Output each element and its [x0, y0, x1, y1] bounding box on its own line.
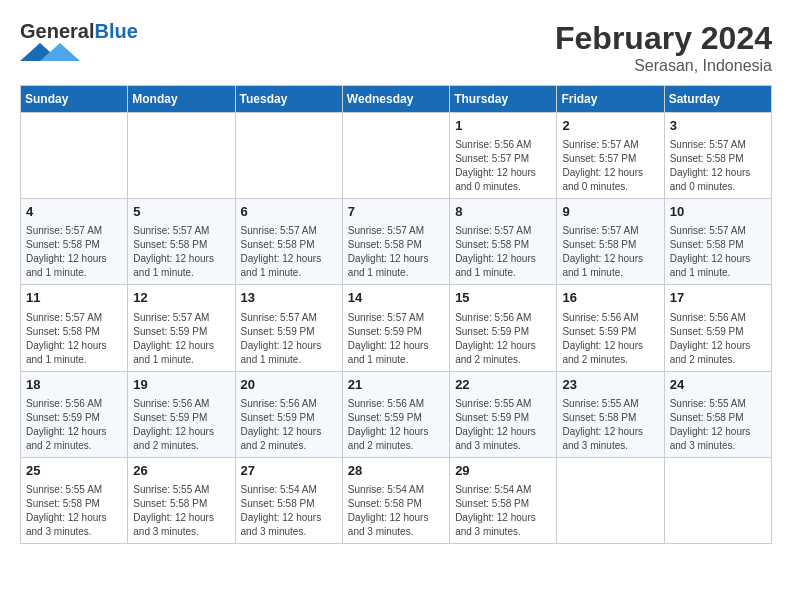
calendar-body: 1Sunrise: 5:56 AM Sunset: 5:57 PM Daylig… [21, 113, 772, 544]
calendar-cell: 3Sunrise: 5:57 AM Sunset: 5:58 PM Daylig… [664, 113, 771, 199]
calendar-cell: 23Sunrise: 5:55 AM Sunset: 5:58 PM Dayli… [557, 371, 664, 457]
cell-info: Sunrise: 5:57 AM Sunset: 5:58 PM Dayligh… [26, 224, 122, 280]
calendar-cell: 2Sunrise: 5:57 AM Sunset: 5:57 PM Daylig… [557, 113, 664, 199]
calendar-cell: 25Sunrise: 5:55 AM Sunset: 5:58 PM Dayli… [21, 457, 128, 543]
cell-info: Sunrise: 5:56 AM Sunset: 5:59 PM Dayligh… [455, 311, 551, 367]
calendar-cell: 11Sunrise: 5:57 AM Sunset: 5:58 PM Dayli… [21, 285, 128, 371]
calendar-cell: 6Sunrise: 5:57 AM Sunset: 5:58 PM Daylig… [235, 199, 342, 285]
calendar-cell [342, 113, 449, 199]
day-number: 20 [241, 376, 337, 394]
day-number: 2 [562, 117, 658, 135]
logo-icon [20, 43, 80, 61]
day-number: 13 [241, 289, 337, 307]
cell-info: Sunrise: 5:56 AM Sunset: 5:59 PM Dayligh… [348, 397, 444, 453]
cell-info: Sunrise: 5:55 AM Sunset: 5:58 PM Dayligh… [133, 483, 229, 539]
logo-blue: Blue [94, 20, 137, 42]
calendar-week-row: 4Sunrise: 5:57 AM Sunset: 5:58 PM Daylig… [21, 199, 772, 285]
col-wednesday: Wednesday [342, 86, 449, 113]
calendar-cell [664, 457, 771, 543]
day-number: 11 [26, 289, 122, 307]
cell-info: Sunrise: 5:54 AM Sunset: 5:58 PM Dayligh… [455, 483, 551, 539]
cell-info: Sunrise: 5:54 AM Sunset: 5:58 PM Dayligh… [241, 483, 337, 539]
day-number: 29 [455, 462, 551, 480]
day-number: 17 [670, 289, 766, 307]
day-number: 21 [348, 376, 444, 394]
calendar-cell: 15Sunrise: 5:56 AM Sunset: 5:59 PM Dayli… [450, 285, 557, 371]
cell-info: Sunrise: 5:57 AM Sunset: 5:58 PM Dayligh… [455, 224, 551, 280]
cell-info: Sunrise: 5:56 AM Sunset: 5:59 PM Dayligh… [562, 311, 658, 367]
day-number: 27 [241, 462, 337, 480]
calendar-cell: 29Sunrise: 5:54 AM Sunset: 5:58 PM Dayli… [450, 457, 557, 543]
cell-info: Sunrise: 5:55 AM Sunset: 5:58 PM Dayligh… [670, 397, 766, 453]
day-number: 1 [455, 117, 551, 135]
cell-info: Sunrise: 5:57 AM Sunset: 5:59 PM Dayligh… [133, 311, 229, 367]
col-saturday: Saturday [664, 86, 771, 113]
cell-info: Sunrise: 5:57 AM Sunset: 5:59 PM Dayligh… [348, 311, 444, 367]
calendar-week-row: 11Sunrise: 5:57 AM Sunset: 5:58 PM Dayli… [21, 285, 772, 371]
calendar-cell: 4Sunrise: 5:57 AM Sunset: 5:58 PM Daylig… [21, 199, 128, 285]
calendar-cell: 12Sunrise: 5:57 AM Sunset: 5:59 PM Dayli… [128, 285, 235, 371]
calendar-week-row: 18Sunrise: 5:56 AM Sunset: 5:59 PM Dayli… [21, 371, 772, 457]
logo-general: General [20, 20, 94, 42]
calendar-cell: 22Sunrise: 5:55 AM Sunset: 5:59 PM Dayli… [450, 371, 557, 457]
day-number: 23 [562, 376, 658, 394]
calendar-cell: 18Sunrise: 5:56 AM Sunset: 5:59 PM Dayli… [21, 371, 128, 457]
day-number: 5 [133, 203, 229, 221]
calendar-cell: 10Sunrise: 5:57 AM Sunset: 5:58 PM Dayli… [664, 199, 771, 285]
calendar-cell: 13Sunrise: 5:57 AM Sunset: 5:59 PM Dayli… [235, 285, 342, 371]
logo: GeneralBlue [20, 20, 138, 65]
calendar-cell [128, 113, 235, 199]
calendar-cell: 19Sunrise: 5:56 AM Sunset: 5:59 PM Dayli… [128, 371, 235, 457]
calendar-cell: 26Sunrise: 5:55 AM Sunset: 5:58 PM Dayli… [128, 457, 235, 543]
day-number: 4 [26, 203, 122, 221]
calendar-week-row: 1Sunrise: 5:56 AM Sunset: 5:57 PM Daylig… [21, 113, 772, 199]
cell-info: Sunrise: 5:57 AM Sunset: 5:59 PM Dayligh… [241, 311, 337, 367]
title-block: February 2024 Serasan, Indonesia [555, 20, 772, 75]
col-tuesday: Tuesday [235, 86, 342, 113]
calendar-cell: 17Sunrise: 5:56 AM Sunset: 5:59 PM Dayli… [664, 285, 771, 371]
day-number: 28 [348, 462, 444, 480]
cell-info: Sunrise: 5:57 AM Sunset: 5:58 PM Dayligh… [26, 311, 122, 367]
cell-info: Sunrise: 5:56 AM Sunset: 5:59 PM Dayligh… [26, 397, 122, 453]
cell-info: Sunrise: 5:57 AM Sunset: 5:58 PM Dayligh… [562, 224, 658, 280]
calendar-cell: 8Sunrise: 5:57 AM Sunset: 5:58 PM Daylig… [450, 199, 557, 285]
cell-info: Sunrise: 5:57 AM Sunset: 5:58 PM Dayligh… [670, 138, 766, 194]
cell-info: Sunrise: 5:57 AM Sunset: 5:58 PM Dayligh… [133, 224, 229, 280]
day-number: 7 [348, 203, 444, 221]
day-number: 14 [348, 289, 444, 307]
cell-info: Sunrise: 5:57 AM Sunset: 5:58 PM Dayligh… [241, 224, 337, 280]
day-number: 15 [455, 289, 551, 307]
calendar-cell [557, 457, 664, 543]
cell-info: Sunrise: 5:57 AM Sunset: 5:58 PM Dayligh… [348, 224, 444, 280]
col-thursday: Thursday [450, 86, 557, 113]
calendar-cell: 5Sunrise: 5:57 AM Sunset: 5:58 PM Daylig… [128, 199, 235, 285]
cell-info: Sunrise: 5:57 AM Sunset: 5:58 PM Dayligh… [670, 224, 766, 280]
page-title: February 2024 [555, 20, 772, 57]
day-number: 3 [670, 117, 766, 135]
calendar-cell [235, 113, 342, 199]
calendar-cell: 14Sunrise: 5:57 AM Sunset: 5:59 PM Dayli… [342, 285, 449, 371]
calendar-cell: 24Sunrise: 5:55 AM Sunset: 5:58 PM Dayli… [664, 371, 771, 457]
day-number: 18 [26, 376, 122, 394]
calendar-table: Sunday Monday Tuesday Wednesday Thursday… [20, 85, 772, 544]
col-friday: Friday [557, 86, 664, 113]
header-row: Sunday Monday Tuesday Wednesday Thursday… [21, 86, 772, 113]
day-number: 6 [241, 203, 337, 221]
day-number: 8 [455, 203, 551, 221]
day-number: 10 [670, 203, 766, 221]
day-number: 24 [670, 376, 766, 394]
page-header: GeneralBlue February 2024 Serasan, Indon… [20, 20, 772, 75]
cell-info: Sunrise: 5:55 AM Sunset: 5:59 PM Dayligh… [455, 397, 551, 453]
calendar-cell: 1Sunrise: 5:56 AM Sunset: 5:57 PM Daylig… [450, 113, 557, 199]
cell-info: Sunrise: 5:57 AM Sunset: 5:57 PM Dayligh… [562, 138, 658, 194]
col-monday: Monday [128, 86, 235, 113]
day-number: 12 [133, 289, 229, 307]
day-number: 19 [133, 376, 229, 394]
calendar-cell: 27Sunrise: 5:54 AM Sunset: 5:58 PM Dayli… [235, 457, 342, 543]
calendar-cell: 7Sunrise: 5:57 AM Sunset: 5:58 PM Daylig… [342, 199, 449, 285]
day-number: 16 [562, 289, 658, 307]
calendar-week-row: 25Sunrise: 5:55 AM Sunset: 5:58 PM Dayli… [21, 457, 772, 543]
cell-info: Sunrise: 5:56 AM Sunset: 5:57 PM Dayligh… [455, 138, 551, 194]
cell-info: Sunrise: 5:54 AM Sunset: 5:58 PM Dayligh… [348, 483, 444, 539]
day-number: 25 [26, 462, 122, 480]
